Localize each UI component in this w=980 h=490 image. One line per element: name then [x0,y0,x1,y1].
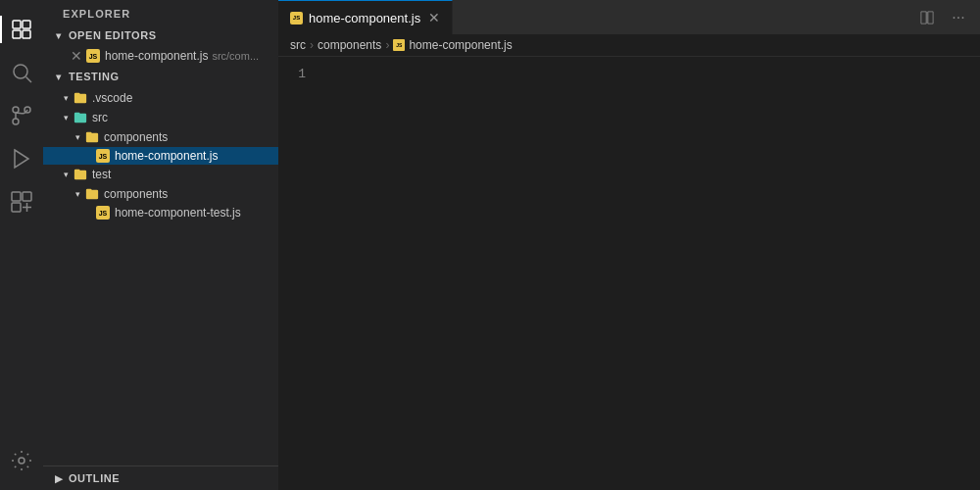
explorer-icon[interactable] [0,8,43,51]
tab-file-icon: JS [290,12,303,24]
testing-chevron: ▾ [51,69,67,84]
source-control-icon[interactable] [0,94,43,137]
tree-item-home-component[interactable]: ▾ JS home-component.js [43,147,278,165]
svg-rect-2 [13,30,21,38]
breadcrumb-sep-2: › [385,38,389,52]
editor-area: JS home-component.js ✕ ··· src › compone… [278,0,980,490]
svg-point-8 [13,107,19,113]
file-icon-js: JS [96,206,110,220]
outline-section: ▶ OUTLINE [43,466,278,490]
tree-item-home-component-test[interactable]: ▾ JS home-component-test.js [43,204,278,221]
tab-close-button[interactable]: ✕ [428,11,440,24]
editor-content[interactable]: 1 [278,57,980,490]
chevron-icon: ▾ [59,91,73,105]
settings-icon[interactable] [0,439,43,482]
open-editors-label: OPEN EDITORS [69,29,157,41]
tab-bar: JS home-component.js ✕ ··· [278,0,980,34]
svg-rect-11 [23,192,31,201]
open-editors-header[interactable]: ▾ OPEN EDITORS [43,24,278,47]
line-numbers: 1 [278,57,318,490]
chevron-icon: ▾ [71,130,84,144]
folder-icon-components [84,129,100,145]
outline-chevron: ▶ [51,470,67,486]
tree-item-test[interactable]: ▾ test [43,165,278,184]
svg-point-6 [13,119,19,124]
search-icon[interactable] [0,51,43,94]
breadcrumb-src[interactable]: src [290,38,306,52]
tree-item-label: home-component.js [115,149,218,163]
open-editor-filename: home-component.js [105,49,208,63]
tree-item-label: home-component-test.js [115,206,241,220]
breadcrumb-sep-1: › [310,38,314,52]
svg-rect-1 [23,21,30,28]
folder-icon-test [73,167,88,182]
svg-rect-3 [23,30,30,38]
folder-icon-test-components [84,186,100,202]
folder-icon-vscode [73,90,88,106]
tree-item-label: components [104,187,168,201]
chevron-icon: ▾ [59,111,73,124]
line-number-1: 1 [298,65,306,84]
debug-icon[interactable] [0,137,43,180]
breadcrumb-components-label: components [318,38,381,52]
svg-rect-0 [13,21,21,28]
tab-actions: ··· [913,4,980,31]
more-actions-button[interactable]: ··· [945,4,972,31]
close-icon[interactable]: ✕ [71,49,82,63]
sidebar-title: EXPLORER [43,0,278,24]
sidebar: EXPLORER ▾ OPEN EDITORS ✕ JS home-compon… [43,0,278,490]
open-editor-item[interactable]: ✕ JS home-component.js src/com... [43,47,278,65]
svg-point-4 [14,65,27,78]
file-icon-js: JS [86,49,100,63]
breadcrumb-file-icon: JS [393,39,405,51]
editor-tab-active[interactable]: JS home-component.js ✕ [278,0,453,34]
folder-icon-src [73,110,88,125]
breadcrumb: src › components › JS home-component.js [278,34,980,57]
svg-marker-9 [15,150,28,168]
chevron-icon: ▾ [59,168,73,181]
file-icon-js: JS [96,149,110,163]
chevron-icon: ▾ [71,187,84,201]
activity-bar [0,0,43,490]
tree-item-src[interactable]: ▾ src [43,108,278,127]
breadcrumb-file-label: home-component.js [409,38,512,52]
tree-item-vscode[interactable]: ▾ .vscode [43,88,278,108]
breadcrumb-src-label: src [290,38,306,52]
tree-item-label: components [104,130,168,144]
tab-filename: home-component.js [309,11,420,25]
tree-item-label: src [92,111,108,124]
svg-point-13 [19,458,24,464]
more-actions-icon: ··· [952,9,964,26]
open-editors-chevron: ▾ [51,27,67,43]
testing-label: TESTING [69,71,120,82]
split-editor-button[interactable] [913,4,941,31]
code-area[interactable] [318,57,980,490]
svg-rect-12 [12,203,21,212]
tree-item-label: .vscode [92,91,132,105]
breadcrumb-components[interactable]: components [318,38,381,52]
tree-item-label: test [92,168,111,181]
outline-header[interactable]: ▶ OUTLINE [43,466,278,490]
svg-rect-10 [12,192,21,201]
open-editor-path: src/com... [212,50,259,62]
breadcrumb-file[interactable]: JS home-component.js [393,38,512,52]
outline-label: OUTLINE [69,472,120,484]
testing-header[interactable]: ▾ TESTING [43,65,278,88]
tree-item-components[interactable]: ▾ components [43,127,278,147]
tree-item-test-components[interactable]: ▾ components [43,184,278,204]
svg-line-5 [26,77,32,83]
extensions-icon[interactable] [0,180,43,223]
